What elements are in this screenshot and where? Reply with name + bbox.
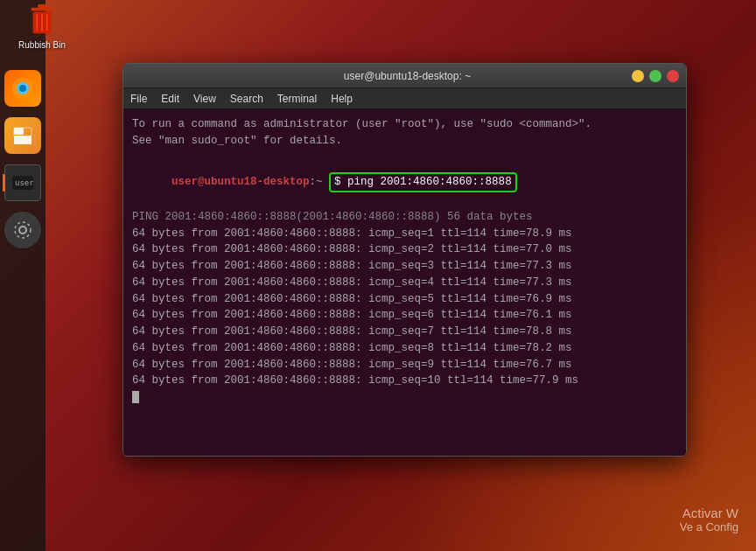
menu-terminal[interactable]: Terminal (277, 93, 317, 105)
window-controls (632, 70, 679, 82)
terminal-window: user@ubuntu18-desktop: ~ File Edit View … (122, 63, 687, 457)
terminal-menubar: File Edit View Search Terminal Help (123, 88, 686, 109)
ping-line-8: 64 bytes from 2001:4860:4860::8888: icmp… (132, 340, 677, 357)
ping-line-4: 64 bytes from 2001:4860:4860::8888: icmp… (132, 275, 677, 291)
minimize-button[interactable] (632, 70, 644, 82)
rubbish-bin[interactable]: Rubbish Bin (16, 0, 68, 50)
ping-command: $ ping 2001:4860:4860::8888 (329, 172, 517, 192)
svg-rect-3 (14, 128, 24, 135)
ping-line-7: 64 bytes from 2001:4860:4860::8888: icmp… (132, 324, 677, 340)
intro-line-1: To run a command as administrator (user … (132, 116, 677, 133)
ping-line-1: 64 bytes from 2001:4860:4860::8888: icmp… (132, 226, 677, 242)
command-line: user@ubuntu18-desktop:~ $ ping 2001:4860… (132, 157, 677, 209)
maximize-button[interactable] (649, 70, 662, 82)
terminal-title: user@ubuntu18-desktop: ~ (183, 70, 632, 82)
svg-rect-11 (38, 4, 46, 9)
intro-line-2: See "man sudo_root" for details. (132, 133, 677, 150)
terminal-titlebar: user@ubuntu18-desktop: ~ (123, 64, 686, 88)
ping-line-2: 64 bytes from 2001:4860:4860::8888: icmp… (132, 241, 677, 258)
ping-header: PING 2001:4860:4860::8888(2001:4860:4860… (132, 209, 677, 226)
close-button[interactable] (667, 70, 679, 82)
svg-text:user@~: user@~ (15, 178, 33, 187)
menu-search[interactable]: Search (230, 93, 263, 105)
svg-point-2 (19, 85, 26, 92)
taskbar-terminal-icon[interactable]: user@~ (4, 164, 41, 201)
menu-view[interactable]: View (193, 93, 216, 105)
ping-line-9: 64 bytes from 2001:4860:4860::8888: icmp… (132, 357, 677, 373)
menu-edit[interactable]: Edit (161, 93, 179, 105)
menu-help[interactable]: Help (331, 93, 353, 105)
menu-file[interactable]: File (130, 93, 147, 105)
ping-line-3: 64 bytes from 2001:4860:4860::8888: icmp… (132, 258, 677, 275)
ping-line-10: 64 bytes from 2001:4860:4860::8888: icmp… (132, 373, 677, 389)
terminal-cursor (132, 391, 139, 403)
taskbar: user@~ (0, 0, 46, 551)
rubbish-bin-icon (23, 0, 61, 38)
terminal-content[interactable]: To run a command as administrator (user … (123, 109, 686, 456)
svg-point-9 (15, 222, 31, 238)
watermark-line1: Activar W (680, 506, 738, 520)
cursor-line (132, 389, 677, 406)
watermark: Activar W Ve a Config (680, 506, 738, 534)
ping-line-6: 64 bytes from 2001:4860:4860::8888: icmp… (132, 307, 677, 324)
taskbar-browser-icon[interactable] (4, 70, 41, 107)
rubbish-bin-label: Rubbish Bin (16, 40, 68, 50)
svg-point-8 (19, 227, 26, 234)
taskbar-settings-icon[interactable] (4, 212, 41, 248)
taskbar-files-icon[interactable] (4, 117, 41, 154)
watermark-line2: Ve a Config (680, 520, 738, 534)
terminal-user: user@ubuntu18-desktop (172, 176, 310, 188)
ping-line-5: 64 bytes from 2001:4860:4860::8888: icmp… (132, 291, 677, 308)
